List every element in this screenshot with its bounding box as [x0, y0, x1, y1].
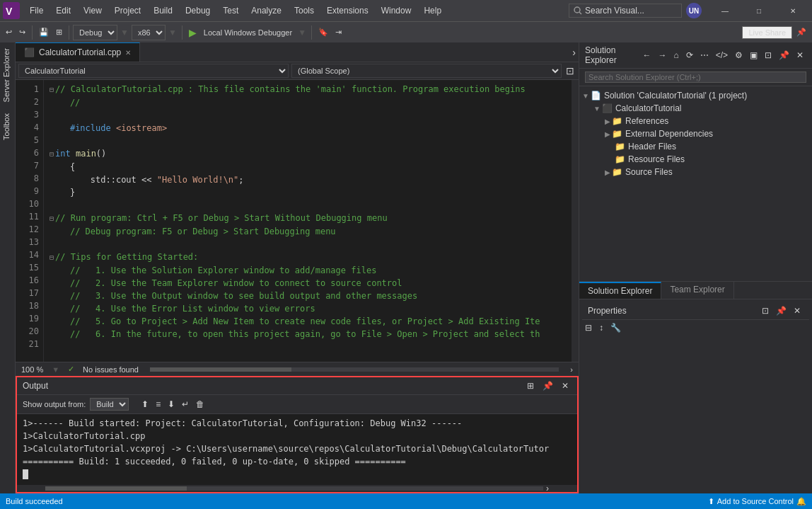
menu-view[interactable]: View — [78, 3, 108, 18]
se-refresh-btn[interactable]: ⟳ — [683, 50, 696, 61]
header-files-label: Header Files — [628, 142, 676, 151]
solution-icon: 📄 — [591, 91, 601, 101]
tree-project[interactable]: ▼ ⬛ CalculatorTutorial — [579, 102, 812, 115]
start-debug-button[interactable]: ▶ — [186, 25, 199, 40]
solution-arrow[interactable]: ▼ — [582, 92, 589, 100]
svg-text:V: V — [6, 6, 13, 17]
tree-resource-files[interactable]: 📁 Resource Files — [579, 153, 812, 166]
menu-help[interactable]: Help — [418, 3, 447, 18]
solution-label: Solution 'CalculatorTutorial' (1 project… — [604, 91, 747, 101]
props-wrench-btn[interactable]: 🔧 — [608, 321, 624, 334]
sidebar-server-explorer[interactable]: Server Explorer — [0, 42, 15, 108]
output-wrap[interactable]: ↵ — [179, 399, 192, 410]
props-float-btn[interactable]: ⊡ — [759, 305, 772, 316]
debug-config-dropdown[interactable]: Debug — [73, 25, 117, 40]
solution-explorer-title-bar: Solution Explorer ← → ⌂ ⟳ ⋯ </> ⚙ ▣ ⊡ 📌 … — [579, 42, 812, 69]
menu-edit[interactable]: Edit — [50, 3, 76, 18]
external-deps-arrow[interactable]: ▶ — [605, 130, 610, 138]
se-float-btn[interactable]: ⊡ — [762, 50, 775, 61]
menu-debug[interactable]: Debug — [180, 3, 216, 18]
menu-window[interactable]: Window — [376, 3, 417, 18]
output-line-1: 1>------ Build started: Project: Calcula… — [23, 417, 572, 430]
props-grid-btn[interactable]: ⊟ — [582, 321, 595, 334]
se-search-input[interactable] — [585, 72, 806, 83]
tree-external-deps[interactable]: ▶ 📁 External Dependencies — [579, 127, 812, 140]
props-close-btn[interactable]: ✕ — [791, 305, 804, 316]
toolbar-bookmark[interactable]: 🔖 — [315, 26, 331, 38]
toolbar-pin[interactable]: 📌 — [794, 26, 809, 38]
editor-tab-main[interactable]: ⬛ CalculatorTutorial.cpp ✕ — [16, 42, 140, 62]
search-input[interactable] — [585, 6, 670, 16]
output-hscrollbar[interactable]: › — [17, 485, 577, 492]
props-pin-btn[interactable]: 📌 — [773, 305, 789, 316]
editor-hscrollbar[interactable] — [150, 366, 559, 373]
toolbar-step[interactable]: ⇥ — [332, 26, 344, 38]
toolbar-save[interactable]: 💾 — [36, 26, 52, 38]
se-settings-btn[interactable]: ⚙ — [732, 50, 746, 61]
add-source-control[interactable]: Add to Source Control — [717, 497, 794, 505]
output-align-bottom[interactable]: ⬇ — [165, 399, 178, 410]
se-more-btn[interactable]: ⋯ — [697, 50, 712, 61]
output-pin-btn[interactable]: 📌 — [540, 380, 556, 391]
tab-close-button[interactable]: ✕ — [125, 49, 131, 57]
tab-team-explorer[interactable]: Team Explorer — [661, 282, 733, 299]
tree-source-files[interactable]: ▶ 📁 Source Files — [579, 166, 812, 178]
status-ok-icon: ✓ — [68, 365, 74, 374]
source-files-arrow[interactable]: ▶ — [605, 168, 610, 176]
minimize-button[interactable]: — — [709, 0, 741, 21]
close-button[interactable]: ✕ — [777, 0, 809, 21]
expand-editor-button[interactable]: ⊡ — [564, 65, 576, 76]
props-toolbar: ⊟ ↕ 🔧 — [582, 320, 809, 336]
toolbar-undo[interactable]: ↩ — [3, 26, 15, 38]
menu-file[interactable]: File — [24, 3, 49, 18]
menu-test[interactable]: Test — [217, 3, 244, 18]
scroll-right-arrow[interactable]: › — [569, 47, 579, 58]
output-clear[interactable]: 🗑 — [193, 399, 207, 410]
se-pin-btn[interactable]: 📌 — [776, 50, 792, 61]
maximize-button[interactable]: □ — [743, 0, 775, 21]
menu-analyze[interactable]: Analyze — [245, 3, 287, 18]
output-source-select[interactable]: Build — [90, 398, 129, 411]
toolbar-redo[interactable]: ↪ — [16, 26, 28, 38]
file-selector-dropdown[interactable]: CalculatorTutorial — [18, 64, 289, 78]
menu-tools[interactable]: Tools — [289, 3, 320, 18]
bell-icon[interactable]: 🔔 — [796, 497, 806, 506]
props-sort-btn[interactable]: ↕ — [596, 321, 606, 334]
tree-references[interactable]: ▶ 📁 References — [579, 115, 812, 127]
menu-extensions[interactable]: Extensions — [321, 3, 374, 18]
search-box[interactable] — [569, 4, 682, 18]
output-align-center[interactable]: ≡ — [153, 399, 163, 410]
code-editor[interactable]: 12345 678910 1112131415 1617181920 21 ⊟/… — [16, 80, 579, 362]
menu-build[interactable]: Build — [148, 3, 178, 18]
se-code-btn[interactable]: </> — [713, 50, 731, 61]
project-arrow[interactable]: ▼ — [593, 105, 601, 113]
menu-project[interactable]: Project — [109, 3, 146, 18]
output-align-top[interactable]: ⬆ — [139, 399, 151, 410]
editor-scrollbar[interactable] — [572, 80, 579, 362]
references-arrow[interactable]: ▶ — [605, 118, 610, 125]
debugger-label: Local Windows Debugger — [201, 27, 295, 38]
tab-solution-explorer[interactable]: Solution Explorer — [579, 282, 661, 299]
properties-controls: ⊡ 📌 ✕ — [759, 305, 804, 316]
se-filter-btn[interactable]: ▣ — [747, 50, 760, 61]
zoom-level[interactable]: 100 % — [21, 365, 43, 374]
platform-dropdown[interactable]: x86 — [132, 25, 166, 40]
se-back-btn[interactable]: ← — [639, 50, 654, 61]
scroll-right-btn[interactable]: › — [570, 365, 573, 374]
output-title-bar: Output ⊞ 📌 ✕ — [17, 377, 577, 395]
tree-solution[interactable]: ▼ 📄 Solution 'CalculatorTutorial' (1 pro… — [579, 89, 812, 102]
toolbar-save-all[interactable]: ⊞ — [53, 26, 65, 38]
code-content[interactable]: ⊟// CalculatorTutorial.cpp : This file c… — [44, 80, 572, 362]
toolbar-separator-1 — [32, 25, 33, 40]
output-float-btn[interactable]: ⊞ — [524, 380, 537, 391]
tree-header-files[interactable]: 📁 Header Files — [579, 140, 812, 153]
output-content[interactable]: 1>------ Build started: Project: Calcula… — [17, 414, 577, 485]
output-scroll-right[interactable]: › — [546, 484, 549, 493]
scope-selector-dropdown[interactable]: (Global Scope) — [291, 64, 562, 78]
live-share-button[interactable]: Live Share — [742, 26, 792, 39]
output-close-btn[interactable]: ✕ — [559, 380, 572, 391]
se-forward-btn[interactable]: → — [655, 50, 669, 61]
se-close-btn[interactable]: ✕ — [794, 50, 806, 61]
se-home-btn[interactable]: ⌂ — [671, 50, 681, 61]
sidebar-toolbox[interactable]: Toolbox — [0, 108, 15, 146]
